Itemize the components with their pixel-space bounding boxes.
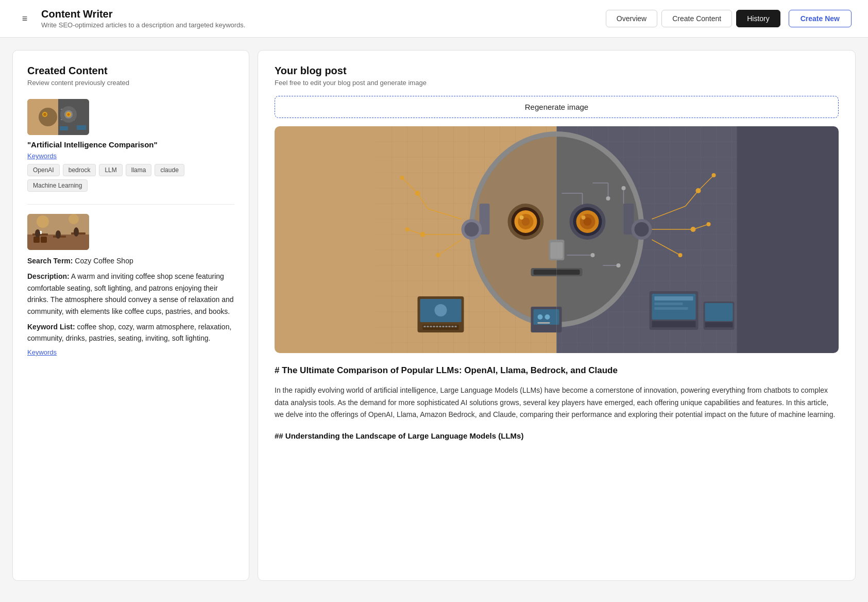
- tag-machine-learning: Machine Learning: [27, 179, 88, 192]
- svg-rect-23: [33, 237, 40, 243]
- blog-image: [275, 126, 839, 353]
- blog-paragraph-1: In the rapidly evolving world of artific…: [275, 384, 839, 421]
- svg-point-4: [43, 113, 46, 116]
- svg-point-114: [582, 215, 586, 220]
- svg-rect-157: [442, 326, 445, 327]
- svg-point-29: [35, 229, 40, 238]
- panel-title: Created Content: [27, 65, 234, 77]
- svg-point-146: [707, 222, 711, 226]
- tab-create-content[interactable]: Create Content: [661, 10, 732, 27]
- ai-thumbnail: [27, 99, 89, 135]
- svg-point-108: [617, 263, 621, 267]
- svg-point-144: [712, 173, 716, 177]
- left-panel: Created Content Review content previousl…: [12, 50, 249, 581]
- blog-heading-1: # The Ultimate Comparison of Popular LLM…: [275, 363, 839, 378]
- content-item-coffee: Search Term: Cozy Coffee Shop Descriptio…: [27, 214, 234, 356]
- svg-point-31: [74, 227, 79, 237]
- svg-point-2: [39, 108, 57, 126]
- tag-bedrock: bedrock: [63, 164, 96, 176]
- svg-rect-164: [655, 296, 693, 300]
- blog-text-content: # The Ultimate Comparison of Popular LLM…: [275, 363, 839, 443]
- app-title: Content Writer: [41, 8, 589, 20]
- svg-rect-151: [424, 326, 426, 327]
- svg-rect-165: [655, 303, 683, 305]
- svg-rect-167: [652, 321, 696, 327]
- svg-rect-152: [427, 326, 429, 327]
- svg-rect-175: [538, 322, 550, 324]
- svg-point-30: [56, 230, 61, 239]
- app-subtitle: Write SEO-optimized articles to a descri…: [41, 21, 589, 29]
- tab-history[interactable]: History: [736, 10, 780, 27]
- svg-rect-154: [433, 326, 435, 327]
- svg-rect-159: [449, 326, 451, 327]
- content-item-ai: "Artificial Intelligence Comparison" Key…: [27, 99, 234, 192]
- svg-point-27: [37, 215, 49, 228]
- svg-point-135: [405, 227, 410, 231]
- svg-rect-160: [452, 326, 454, 327]
- svg-rect-17: [77, 125, 86, 130]
- right-panel: Your blog post Feel free to edit your bl…: [258, 50, 856, 581]
- coffee-thumbnail: [27, 214, 89, 250]
- svg-point-13: [67, 113, 70, 116]
- svg-point-173: [538, 314, 543, 320]
- svg-rect-155: [436, 326, 438, 327]
- svg-point-122: [465, 222, 479, 237]
- svg-rect-156: [439, 326, 441, 327]
- svg-point-102: [606, 196, 610, 200]
- svg-rect-161: [455, 326, 457, 327]
- app-icon: ≡: [16, 10, 33, 27]
- svg-rect-153: [430, 326, 432, 327]
- svg-rect-169: [705, 303, 733, 321]
- nav-tabs: Overview Create Content History: [606, 10, 780, 27]
- main-content: Created Content Review content previousl…: [0, 38, 868, 593]
- tab-overview[interactable]: Overview: [606, 10, 657, 27]
- svg-point-124: [635, 222, 649, 237]
- svg-point-142: [678, 253, 683, 257]
- ai-keywords-link[interactable]: Keywords: [27, 152, 234, 160]
- blog-heading-2: ## Understanding the Landscape of Large …: [275, 429, 839, 443]
- tag-claude: claude: [155, 164, 184, 176]
- svg-rect-166: [655, 307, 688, 310]
- content-divider: [27, 204, 234, 205]
- tag-openai: OpenAI: [27, 164, 60, 176]
- app-title-block: Content Writer Write SEO-optimized artic…: [41, 8, 589, 29]
- svg-point-133: [400, 176, 404, 180]
- panel-subtitle: Review content previously created: [27, 79, 234, 87]
- regenerate-image-button[interactable]: Regenerate image: [275, 96, 839, 118]
- coffee-item-body: Search Term: Cozy Coffee Shop Descriptio…: [27, 255, 234, 344]
- tag-llm: LLM: [99, 164, 122, 176]
- svg-point-106: [591, 253, 595, 257]
- coffee-keywords-link[interactable]: Keywords: [27, 348, 234, 356]
- svg-point-149: [435, 304, 447, 316]
- svg-rect-158: [446, 326, 448, 327]
- svg-point-131: [436, 253, 440, 257]
- tag-llama: llama: [126, 164, 152, 176]
- blog-post-title: Your blog post: [275, 65, 839, 77]
- create-new-button[interactable]: Create New: [789, 10, 852, 27]
- svg-rect-170: [705, 322, 733, 327]
- blog-post-subtitle: Feel free to edit your blog post and gen…: [275, 79, 839, 87]
- ai-keyword-tags: OpenAI bedrock LLM llama claude Machine …: [27, 164, 234, 192]
- svg-rect-24: [41, 237, 47, 243]
- svg-point-174: [545, 314, 550, 320]
- svg-point-104: [622, 186, 626, 190]
- svg-point-28: [69, 214, 79, 224]
- top-bar: ≡ Content Writer Write SEO-optimized art…: [0, 0, 868, 38]
- svg-rect-15: [60, 126, 68, 130]
- svg-point-94: [520, 215, 524, 220]
- ai-item-title: "Artificial Intelligence Comparison": [27, 140, 234, 149]
